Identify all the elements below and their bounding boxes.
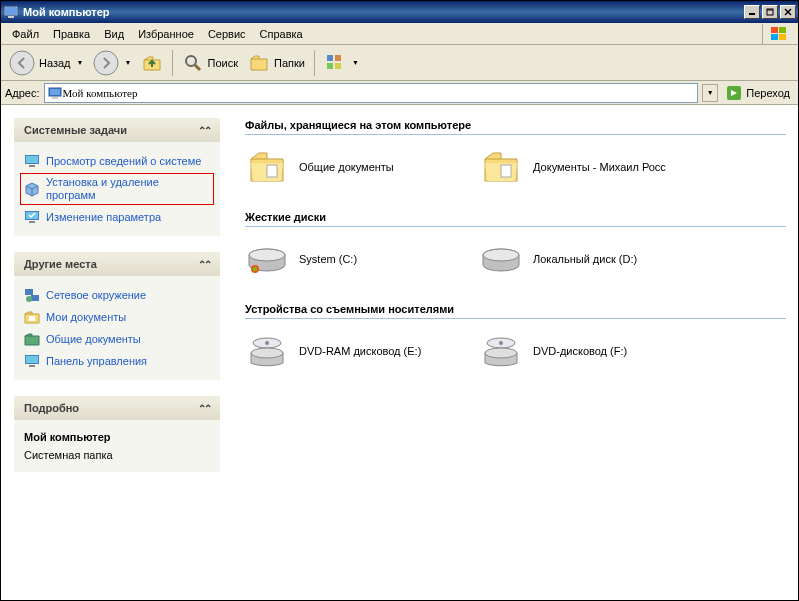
network-icon <box>24 287 40 303</box>
computer-icon <box>3 4 19 20</box>
folders-icon <box>248 52 270 74</box>
chevron-up-icon: ⌃⌃ <box>198 125 210 136</box>
back-button[interactable]: Назад ▼ <box>5 48 87 78</box>
sidebar: Системные задачи ⌃⌃ Просмотр сведений о … <box>1 105 233 600</box>
forward-button[interactable]: ▼ <box>89 48 135 78</box>
item-drive-d[interactable]: Локальный диск (D:) <box>479 237 699 281</box>
panel-header-system[interactable]: Системные задачи ⌃⌃ <box>14 118 220 142</box>
panel-title: Системные задачи <box>24 124 127 136</box>
minimize-button[interactable] <box>744 5 760 19</box>
item-label: DVD-RAM дисковод (E:) <box>299 345 421 357</box>
address-input-wrap[interactable] <box>44 83 699 103</box>
maximize-button[interactable] <box>762 5 778 19</box>
titlebar: Мой компьютер <box>1 1 798 23</box>
toolbar-separator <box>172 50 173 76</box>
addressbar: Адрес: ▼ Переход <box>1 81 798 105</box>
svg-rect-31 <box>31 295 39 301</box>
link-label: Сетевое окружение <box>46 289 146 302</box>
item-user-documents[interactable]: Документы - Михаил Росс <box>479 145 699 189</box>
dvd-drive-icon <box>479 329 523 373</box>
content-area: Системные задачи ⌃⌃ Просмотр сведений о … <box>1 105 798 600</box>
up-button[interactable] <box>137 50 167 76</box>
main-view: Файлы, хранящиеся на этом компьютере Общ… <box>233 105 798 600</box>
svg-rect-25 <box>26 156 38 163</box>
item-dvd-f[interactable]: DVD-дисковод (F:) <box>479 329 699 373</box>
panel-header-details[interactable]: Подробно ⌃⌃ <box>14 396 220 420</box>
details-type: Системная папка <box>24 446 210 464</box>
panel-header-other[interactable]: Другие места ⌃⌃ <box>14 252 220 276</box>
views-button[interactable]: ▼ <box>320 50 362 76</box>
panel-details: Подробно ⌃⌃ Мой компьютер Системная папк… <box>13 395 221 473</box>
address-dropdown[interactable]: ▼ <box>702 84 718 102</box>
svg-rect-10 <box>771 34 778 40</box>
search-button[interactable]: Поиск <box>178 50 242 76</box>
views-icon <box>324 52 346 74</box>
link-system-info[interactable]: Просмотр сведений о системе <box>24 150 210 172</box>
svg-rect-8 <box>771 27 778 33</box>
link-add-remove-programs[interactable]: Установка и удаление программ <box>20 173 214 205</box>
panel-title: Другие места <box>24 258 97 270</box>
svg-rect-30 <box>25 289 33 295</box>
item-label: Общие документы <box>299 161 394 173</box>
panel-other-places: Другие места ⌃⌃ Сетевое окружение Мои до… <box>13 251 221 381</box>
item-drive-c[interactable]: System (C:) <box>245 237 465 281</box>
go-button[interactable]: Переход <box>722 85 794 101</box>
folder-docs-icon <box>24 309 40 325</box>
svg-point-13 <box>94 51 118 75</box>
folders-label: Папки <box>274 57 305 69</box>
link-my-documents[interactable]: Мои документы <box>24 306 210 328</box>
menu-file[interactable]: Файл <box>5 26 46 42</box>
menu-help[interactable]: Справка <box>253 26 310 42</box>
section-disks: Жесткие диски System (C:) Локальный диск… <box>245 211 786 281</box>
menu-tools[interactable]: Сервис <box>201 26 253 42</box>
item-shared-documents[interactable]: Общие документы <box>245 145 465 189</box>
svg-rect-19 <box>335 63 341 69</box>
section-files: Файлы, хранящиеся на этом компьютере Общ… <box>245 119 786 189</box>
close-button[interactable] <box>780 5 796 19</box>
item-dvdram-e[interactable]: DVD-RAM дисковод (E:) <box>245 329 465 373</box>
panel-title: Подробно <box>24 402 79 414</box>
menu-edit[interactable]: Правка <box>46 26 97 42</box>
svg-rect-1 <box>6 8 16 14</box>
chevron-down-icon: ▼ <box>75 59 83 66</box>
menu-favorites[interactable]: Избранное <box>131 26 201 42</box>
link-shared-documents[interactable]: Общие документы <box>24 328 210 350</box>
svg-rect-29 <box>29 221 35 223</box>
go-icon <box>726 85 742 101</box>
folder-icon <box>479 145 523 189</box>
item-label: Документы - Михаил Росс <box>533 161 666 173</box>
folders-button[interactable]: Папки <box>244 50 309 76</box>
link-label: Изменение параметра <box>46 211 161 224</box>
svg-rect-18 <box>327 63 333 69</box>
menubar: Файл Правка Вид Избранное Сервис Справка <box>1 23 798 45</box>
chevron-up-icon: ⌃⌃ <box>198 403 210 414</box>
windows-flag-icon <box>762 24 794 44</box>
svg-rect-16 <box>327 55 333 61</box>
search-icon <box>182 52 204 74</box>
link-control-panel[interactable]: Панель управления <box>24 350 210 372</box>
folder-icon <box>245 145 289 189</box>
box-icon <box>24 181 40 197</box>
link-network[interactable]: Сетевое окружение <box>24 284 210 306</box>
item-label: Локальный диск (D:) <box>533 253 637 265</box>
computer-icon <box>47 85 63 101</box>
go-label: Переход <box>746 87 790 99</box>
svg-rect-33 <box>29 316 35 321</box>
monitor-check-icon <box>24 209 40 225</box>
link-label: Просмотр сведений о системе <box>46 155 201 168</box>
svg-rect-37 <box>267 165 277 177</box>
menu-view[interactable]: Вид <box>97 26 131 42</box>
panel-system-tasks: Системные задачи ⌃⌃ Просмотр сведений о … <box>13 117 221 237</box>
svg-point-44 <box>483 249 519 261</box>
hdd-icon <box>245 237 289 281</box>
chevron-down-icon: ▼ <box>350 59 358 66</box>
link-label: Мои документы <box>46 311 126 324</box>
address-input[interactable] <box>63 87 696 99</box>
back-label: Назад <box>39 57 71 69</box>
svg-rect-11 <box>779 34 786 40</box>
svg-point-50 <box>485 348 517 358</box>
svg-point-14 <box>186 56 196 66</box>
link-change-setting[interactable]: Изменение параметра <box>24 206 210 228</box>
svg-rect-42 <box>253 267 257 271</box>
window-title: Мой компьютер <box>23 6 744 18</box>
